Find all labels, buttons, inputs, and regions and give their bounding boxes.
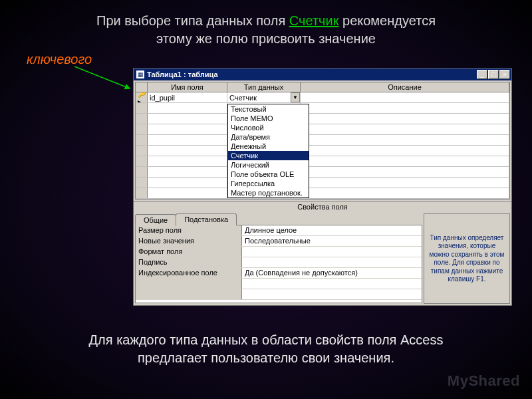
- window-title: Таблица1 : таблица: [147, 70, 477, 78]
- slide-bottom-text: Для каждого типа данных в области свойст…: [0, 331, 532, 367]
- tab-lookup[interactable]: Подстановка: [176, 213, 237, 225]
- dropdown-item[interactable]: Числовой: [228, 123, 309, 132]
- field-name-cell[interactable]: id_pupil: [148, 92, 227, 102]
- field-row-empty[interactable]: [136, 178, 509, 188]
- dropdown-item[interactable]: Поле объекта OLE: [228, 170, 309, 179]
- property-value[interactable]: [242, 257, 422, 267]
- property-row[interactable]: Новые значения Последовательные: [136, 236, 422, 247]
- arrow-icon: [73, 65, 133, 92]
- property-label: Индексированное поле: [136, 268, 242, 278]
- grid-header: Имя поля Тип данных Описание: [136, 82, 509, 92]
- row-selector-header: [136, 82, 148, 92]
- intro-suffix: рекомендуется: [338, 13, 436, 28]
- field-row-empty[interactable]: [136, 124, 509, 135]
- dropdown-item[interactable]: Гиперссылка: [228, 179, 309, 188]
- highlight-word: Счетчик: [289, 13, 339, 28]
- table-icon: ▦: [136, 70, 144, 78]
- type-dropdown-list[interactable]: Текстовый Поле МЕМО Числовой Дата/время …: [227, 104, 309, 198]
- close-button[interactable]: ×: [499, 70, 510, 79]
- field-row-empty[interactable]: [136, 146, 509, 156]
- property-row-empty[interactable]: [136, 289, 422, 300]
- access-table-design-window: ▦ Таблица1 : таблица _ □ × Имя поля Тип …: [133, 68, 512, 306]
- col-header-name[interactable]: Имя поля: [148, 82, 227, 92]
- property-label: Подпись: [136, 257, 242, 267]
- tab-general[interactable]: Общие: [135, 214, 176, 226]
- minimize-button[interactable]: _: [477, 70, 487, 79]
- property-row[interactable]: Подпись: [136, 257, 422, 268]
- properties-header: Свойства поля: [134, 201, 511, 212]
- row-selector[interactable]: 🔑▸: [136, 92, 148, 102]
- field-row-empty[interactable]: [136, 103, 509, 114]
- field-row-empty[interactable]: [136, 156, 509, 167]
- property-value[interactable]: [242, 247, 422, 257]
- type-dropdown-button[interactable]: ▼: [291, 92, 300, 102]
- property-label: Формат поля: [136, 247, 242, 257]
- property-value[interactable]: Да (Совпадения не допускаются): [242, 268, 422, 278]
- field-row-empty[interactable]: [136, 188, 509, 199]
- field-row-empty[interactable]: [136, 114, 509, 124]
- watermark: MyShared: [448, 372, 520, 390]
- property-label: Новые значения: [136, 236, 242, 246]
- bottom-line1: Для каждого типа данных в области свойст…: [89, 332, 444, 347]
- field-type-cell[interactable]: Счетчик ▼: [227, 92, 301, 102]
- key-label: ключевого: [27, 52, 92, 67]
- property-label: Размер поля: [136, 225, 242, 235]
- window-titlebar[interactable]: ▦ Таблица1 : таблица _ □ ×: [134, 68, 511, 80]
- intro-prefix: При выборе типа данных поля: [96, 13, 289, 28]
- property-value[interactable]: Длинное целое: [242, 225, 422, 235]
- slide-intro-text: При выборе типа данных поля Счетчик реко…: [0, 0, 532, 48]
- field-design-grid: Имя поля Тип данных Описание 🔑▸ id_pupil…: [135, 82, 510, 200]
- properties-grid: Размер поля Длинное целое Новые значения…: [135, 225, 422, 303]
- field-row-empty[interactable]: [136, 135, 509, 146]
- field-type-value: Счетчик: [229, 94, 257, 102]
- dropdown-item[interactable]: Поле МЕМО: [228, 114, 309, 123]
- maximize-button[interactable]: □: [488, 70, 499, 79]
- field-desc-cell[interactable]: [301, 92, 509, 102]
- intro-line2: этому же полю присвоить значение: [156, 31, 376, 46]
- property-value[interactable]: Последовательные: [242, 236, 422, 246]
- property-row[interactable]: Индексированное поле Да (Совпадения не д…: [136, 268, 422, 279]
- bottom-line2: предлагает пользователю свои значения.: [138, 350, 394, 365]
- dropdown-item[interactable]: Дата/время: [228, 132, 309, 142]
- col-header-desc[interactable]: Описание: [301, 82, 509, 92]
- col-header-type[interactable]: Тип данных: [227, 82, 301, 92]
- primary-key-icon: 🔑▸: [138, 92, 146, 102]
- field-row-empty[interactable]: [136, 167, 509, 178]
- property-row[interactable]: Размер поля Длинное целое: [136, 225, 422, 236]
- dropdown-item[interactable]: Мастер подстановок.: [228, 188, 309, 198]
- field-properties-area: Общие Подстановка Размер поля Длинное це…: [134, 212, 511, 305]
- dropdown-item[interactable]: Логический: [228, 160, 309, 170]
- property-row-empty[interactable]: [136, 279, 422, 289]
- field-row[interactable]: 🔑▸ id_pupil Счетчик ▼: [136, 92, 509, 103]
- dropdown-item-selected[interactable]: Счетчик: [228, 151, 309, 160]
- dropdown-item[interactable]: Текстовый: [228, 104, 309, 114]
- svg-line-0: [74, 66, 130, 88]
- properties-tabs: Общие Подстановка: [135, 213, 422, 225]
- dropdown-item[interactable]: Денежный: [228, 142, 309, 151]
- property-row[interactable]: Формат поля: [136, 247, 422, 257]
- help-text-panel: Тип данных определяет значения, которые …: [424, 213, 510, 304]
